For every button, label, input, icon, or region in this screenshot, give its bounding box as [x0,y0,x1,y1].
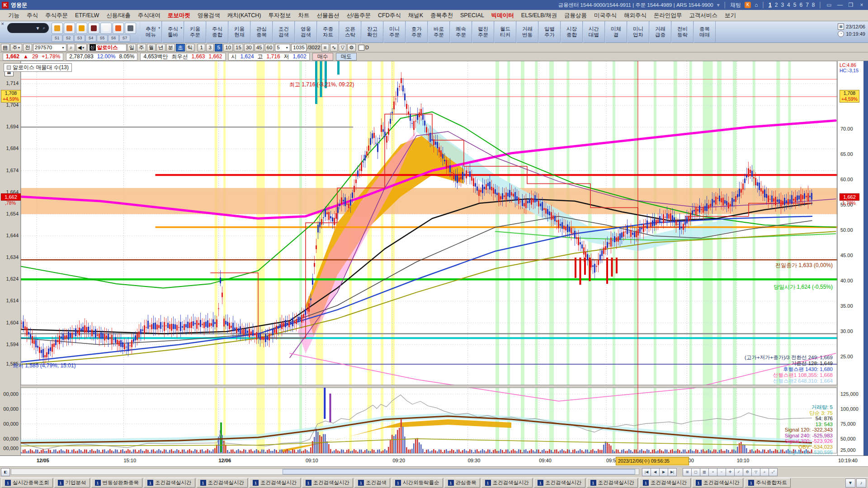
toolbar-button-잔고확인[interactable]: 잔고확인 [361,21,383,43]
menu-item-9[interactable]: 투자정보 [265,12,295,19]
menu-item-0[interactable]: 기능 [5,12,23,19]
toolbar-button-미니업차[interactable]: 미니업차 [627,21,649,43]
interval-button-60[interactable]: 60 [265,44,274,52]
task-tab-2[interactable]: 1변동성완화종목 [91,478,143,488]
toolbar-button-조건검색[interactable]: 조건검색 [273,21,295,43]
stock-code-input[interactable]: 297570▼ [33,44,66,52]
task-tab-12[interactable]: 1조건검색실시간 [587,478,638,488]
menu-item-7[interactable]: 영웅검색 [194,12,224,19]
task-tab-14[interactable]: 1조건검색실시간 [692,478,744,488]
zoom-out-icon[interactable]: − [717,468,726,476]
speaker-icon[interactable]: ♪ [856,479,866,488]
menu-item-15[interactable]: 종목추천 [427,12,457,19]
toolbar-button-주종차트[interactable]: 주종차트 [317,21,339,43]
toolbar-button-거래변동[interactable]: 거래변동 [516,21,538,43]
menu-item-3[interactable]: ETF/ELW [71,12,103,19]
scroll-first-button[interactable]: |◀ [642,468,651,476]
menu-item-2[interactable]: 주식주문 [42,12,71,19]
market-combo[interactable]: 주▼ [10,44,22,52]
save-chart-icon[interactable]: ▽ [751,468,760,476]
task-tab-8[interactable]: 1시간외등락률순 [392,478,443,488]
pane-title[interactable]: 알로이스 매물대 수(13) [4,63,72,72]
gear-icon[interactable] [125,23,136,34]
workspace-number-1[interactable]: 1 [769,2,772,8]
settings-icon[interactable]: ⚙ [743,468,752,476]
code-search-icon[interactable]: ⌕ [67,44,75,52]
toolbar-button-키움현재[interactable]: 키움현재 [228,21,250,43]
period-button-분[interactable]: 분 [166,44,175,52]
scroll-prev-button[interactable]: ◀ [651,468,660,476]
buy-button[interactable]: 매수 [312,53,333,61]
toolbar-button-영웅검색[interactable]: 영웅검색 [295,21,317,43]
menu-item-1[interactable]: 주식 [23,12,42,19]
interval-button-1[interactable]: 1 [198,44,205,52]
toolbar-button-오픈스탁[interactable]: 오픈스탁 [339,21,361,43]
menu-item-17[interactable]: 빅데이터 [488,12,518,19]
search-chart-icon[interactable]: ⌕ [760,468,769,476]
task-tab-7[interactable]: 1조건검색 [354,478,390,488]
workspace-number-2[interactable]: 2 [775,2,778,8]
scroll-last-button[interactable]: ▶| [668,468,677,476]
window-list-icon[interactable]: ▤ [1,44,9,52]
screen-tab-S4[interactable]: S4 [85,35,96,42]
interval-button-30[interactable]: 30 [244,44,254,52]
chart-scrollbar[interactable] [11,469,639,475]
task-tab-3[interactable]: 1조건검색실시간 [144,478,195,488]
restore-button[interactable]: ❐ [847,2,854,8]
period-button-주[interactable]: 주 [137,44,146,52]
save-icon[interactable]: ▽ [339,44,346,52]
menu-item-18[interactable]: ELS/ELB/채권 [518,12,561,19]
workspace-number-6[interactable]: 6 [799,2,802,8]
toolbar-button-추천메뉴[interactable]: 추천메뉴▾ [140,21,162,43]
crosshair-icon[interactable]: ✛ [726,468,735,476]
menu-item-20[interactable]: 미국주식 [590,12,620,19]
count-combo[interactable]: 5▼ [275,44,290,52]
settings-icon[interactable]: ⚙ [347,44,355,52]
dual-monitor-icon[interactable]: ▭ [826,2,833,8]
menu-item-22[interactable]: 온라인업무 [650,12,686,19]
screen-tab-S5[interactable]: S5 [97,35,108,42]
toolbar-button-주식툴바[interactable]: 주식툴바▾ [162,21,184,43]
interval-button-10[interactable]: 10 [223,44,233,52]
workspace-number-7[interactable]: 7 [806,2,809,8]
toolbar-button-관심종목[interactable]: 관심종목 [250,21,273,43]
scroll-next-button[interactable]: ▶ [659,468,668,476]
toolbar-button-바로주문[interactable]: 바로주문 [428,21,450,43]
toolbar-close-icon[interactable]: ✕ [0,21,6,27]
home-icon[interactable]: ⌂ [755,2,758,8]
menu-item-14[interactable]: 채널K [405,12,427,19]
screen-tab-S7[interactable]: S7 [119,35,130,42]
prev-stock-button[interactable]: 전 [23,44,32,52]
alert-toggle[interactable]: ◀▼ [76,44,87,52]
chart-plot[interactable] [21,61,837,455]
chart-area[interactable]: ▦ 1,7141,7041,6941,6841,6741,6641,6541,6… [0,61,868,455]
screen-tab-S3[interactable]: S3 [74,35,85,42]
menu-item-19[interactable]: 금융상품 [561,12,590,19]
menu-item-16[interactable]: SPECIAL [457,12,488,19]
k-bubble-icon[interactable]: K [745,2,751,8]
menu-item-10[interactable]: 차트 [295,12,313,19]
task-tab-11[interactable]: 1조건검색실시간 [534,478,585,488]
task-tab-1[interactable]: 1기업분석 [54,478,90,488]
toolbar-button-호가주문[interactable]: 호가주문 [406,21,428,43]
menu-item-23[interactable]: 고객서비스 [686,12,722,19]
screen-tab-S6[interactable]: S6 [108,35,119,42]
toolbar-button-일별주가[interactable]: 일별주가 [538,21,561,43]
menu-item-5[interactable]: 주식대여 [134,12,164,19]
day-checkbox[interactable] [359,45,364,51]
toolbar-button-월드티커[interactable]: 월드티커 [494,21,516,43]
workspace-number-8[interactable]: 8 [812,2,815,8]
toolbar-button-거래급증[interactable]: 거래급증 [649,21,671,43]
menu-item-21[interactable]: 해외주식 [620,12,650,19]
screen-tab-S1[interactable]: S1 [52,35,62,42]
minimize-button[interactable]: — [836,2,844,8]
task-tab-15[interactable]: 1주식종합차트 [745,478,791,488]
menu-item-4[interactable]: 신용/대출 [103,12,134,19]
task-tab-10[interactable]: 1조건검색실시간 [481,478,533,488]
period-button-일[interactable]: 일 [127,44,137,52]
workspace-number-5[interactable]: 5 [793,2,797,8]
menu-item-11[interactable]: 선물옵션 [313,12,343,19]
chat-button[interactable]: 채팅 [730,1,741,9]
scrollbar-thumb[interactable] [283,469,635,474]
task-tab-0[interactable]: 1실시간종목조회 [1,478,53,488]
